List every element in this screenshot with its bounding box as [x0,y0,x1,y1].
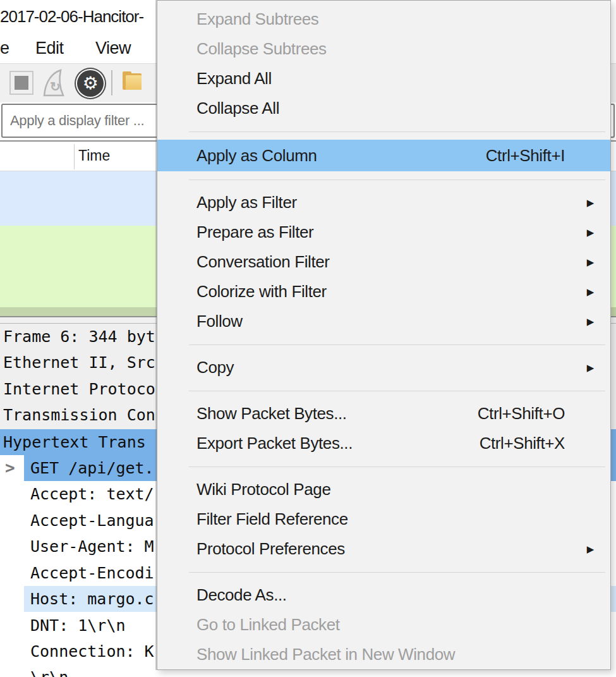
tree-row-dnt[interactable]: DNT: 1\r\n [30,613,126,638]
wireshark-window: 2017-02-06-Hancitor- e Edit View ↻ ⚙ Tim… [0,0,616,677]
submenu-arrow-icon: ▶ [587,315,594,327]
tree-row-accept-enc[interactable]: Accept-Encodi [30,560,154,586]
context-menu: Expand Subtrees Collapse Subtrees Expand… [157,0,611,670]
shortcut-label: Ctrl+Shift+I [486,146,610,166]
open-file-icon[interactable] [123,73,143,91]
stop-capture-icon[interactable] [9,71,33,95]
menu-item-go-to-linked-packet: Go to Linked Packet [157,610,610,640]
menu-edit[interactable]: Edit [35,39,64,58]
tree-row-ip[interactable]: Internet Protoco [3,376,155,402]
toolbar-separator [111,70,112,95]
shortcut-label: Ctrl+Shift+X [480,434,610,453]
tree-row-tcp[interactable]: Transmission Con [3,402,155,428]
menu-item-expand-subtrees: Expand Subtrees [157,4,610,34]
restart-capture-icon[interactable]: ↻ [39,68,69,99]
folder-front [126,75,142,90]
menu-separator [189,467,605,467]
menu-item-expand-all[interactable]: Expand All [157,64,610,94]
menu-item-collapse-all[interactable]: Collapse All [157,94,610,123]
tree-row-crlf[interactable]: \r\n [30,664,68,677]
capture-options-icon[interactable]: ⚙ [77,70,104,97]
menu-item-conversation-filter[interactable]: Conversation Filter ▶ [157,247,610,277]
menu-separator [189,572,605,573]
submenu-arrow-icon: ▶ [587,197,594,208]
menu-separator [189,180,605,180]
tree-row-ethernet[interactable]: Ethernet II, Src [3,350,155,375]
menu-file-partial[interactable]: e [0,39,9,58]
menu-separator [189,391,605,391]
menu-item-decode-as[interactable]: Decode As... [157,580,610,610]
submenu-arrow-icon: ▶ [587,256,594,267]
shortcut-label: Ctrl+Shift+O [478,404,610,424]
menu-item-copy[interactable]: Copy ▶ [157,353,610,382]
menu-separator [189,131,605,132]
tree-row-accept[interactable]: Accept: text/ [30,481,154,507]
tree-row-accept-lang[interactable]: Accept-Langua [30,508,154,534]
menu-view[interactable]: View [95,39,131,58]
menu-item-show-packet-bytes[interactable]: Show Packet Bytes... Ctrl+Shift+O [157,399,610,429]
menu-separator [189,345,605,345]
menu-item-colorize-with-filter[interactable]: Colorize with Filter ▶ [157,277,610,307]
tree-row-frame[interactable]: Frame 6: 344 byt [3,324,155,350]
tree-row-http[interactable]: Hypertext Trans [3,429,146,455]
restart-arrow-glyph: ↻ [50,80,61,94]
time-column-header[interactable]: Time [78,147,110,164]
menu-item-export-packet-bytes[interactable]: Export Packet Bytes... Ctrl+Shift+X [157,429,610,458]
tree-row-user-agent[interactable]: User-Agent: M [30,534,154,559]
submenu-arrow-icon: ▶ [587,286,594,297]
menu-item-wiki-protocol-page[interactable]: Wiki Protocol Page [157,475,610,504]
tree-row-get[interactable]: GET /api/get. [30,455,154,481]
menu-item-follow[interactable]: Follow ▶ [157,307,610,336]
menu-item-apply-as-filter[interactable]: Apply as Filter ▶ [157,188,610,217]
menu-item-apply-as-column[interactable]: Apply as Column Ctrl+Shift+I [157,140,610,171]
tree-row-host[interactable]: Host: margo.c [30,586,154,612]
menu-item-collapse-subtrees: Collapse Subtrees [157,34,610,64]
stop-square-glyph [15,76,28,90]
menu-item-filter-field-reference[interactable]: Filter Field Reference [157,504,610,534]
menu-item-prepare-as-filter[interactable]: Prepare as Filter ▶ [157,217,610,247]
tree-row-connection[interactable]: Connection: K [30,638,154,664]
window-title: 2017-02-06-Hancitor- [0,7,143,27]
menu-item-protocol-preferences[interactable]: Protocol Preferences ▶ [157,534,610,564]
expander-chevron-icon[interactable]: > [5,455,24,481]
submenu-arrow-icon: ▶ [587,543,594,554]
submenu-arrow-icon: ▶ [587,226,594,238]
column-separator[interactable] [74,144,75,169]
submenu-arrow-icon: ▶ [587,362,594,373]
menu-item-show-linked-packet-new-window: Show Linked Packet in New Window [157,640,610,669]
